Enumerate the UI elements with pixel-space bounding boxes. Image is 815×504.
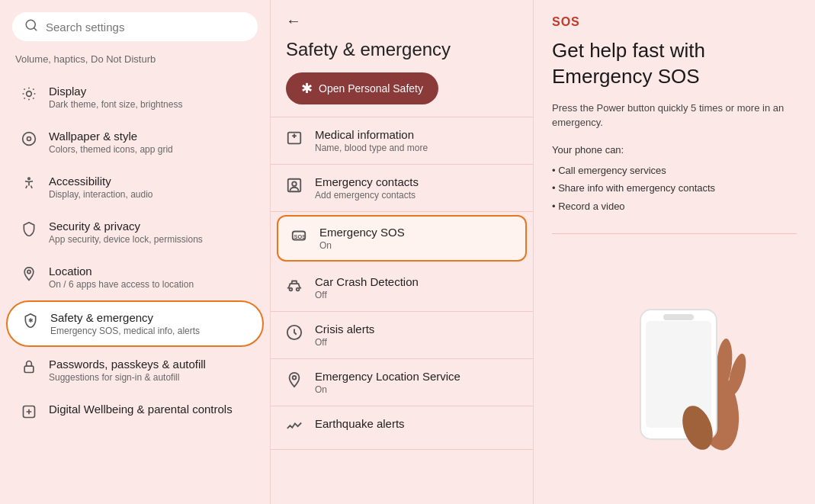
sidebar-item-location[interactable]: Location On / 6 apps have access to loca… (6, 255, 264, 299)
middle-header: ← (271, 0, 533, 36)
location-icon (21, 266, 37, 284)
accessibility-subtitle: Display, interaction, audio (49, 189, 153, 200)
menu-item-emergency-sos[interactable]: SOS Emergency SOS On (277, 215, 527, 262)
location-service-icon (286, 371, 303, 391)
svg-line-6 (33, 98, 34, 98)
svg-line-10 (33, 89, 34, 90)
asterisk-icon: ✱ (301, 80, 313, 97)
sos-menu-icon: SOS (290, 227, 307, 247)
capability-1: • Call emergency services (552, 162, 797, 179)
display-subtitle: Dark theme, font size, brightness (49, 99, 182, 110)
sos-capabilities: Your phone can: • Call emergency service… (552, 141, 797, 216)
svg-rect-33 (663, 314, 694, 320)
capability-2: • Share info with emergency contacts (552, 179, 797, 197)
volume-hint: Volume, haptics, Do Not Disturb (0, 53, 270, 74)
passwords-icon (21, 359, 37, 377)
sidebar-item-accessibility[interactable]: Accessibility Display, interaction, audi… (6, 165, 264, 209)
svg-point-11 (23, 133, 36, 146)
right-panel: SOS Get help fast with Emergency SOS Pre… (534, 0, 815, 504)
security-title: Security & privacy (49, 220, 203, 233)
svg-line-1 (34, 27, 36, 30)
emergency-sos-title: Emergency SOS (319, 226, 405, 239)
left-navigation-panel: Volume, haptics, Do Not Disturb Display … (0, 0, 271, 504)
svg-text:✱: ✱ (28, 316, 34, 324)
crisis-icon (286, 324, 303, 344)
svg-point-14 (27, 270, 30, 273)
svg-point-23 (290, 288, 293, 291)
divider (552, 233, 797, 234)
location-subtitle: On / 6 apps have access to location (49, 279, 194, 290)
open-personal-safety-button[interactable]: ✱ Open Personal Safety (286, 72, 438, 104)
sidebar-item-wallpaper[interactable]: Wallpaper & style Colors, themed icons, … (6, 120, 264, 164)
phone-can-label: Your phone can: (552, 141, 797, 159)
wallpaper-icon (21, 131, 37, 149)
medical-subtitle: Name, blood type and more (315, 143, 428, 153)
sidebar-item-display[interactable]: Display Dark theme, font size, brightnes… (6, 75, 264, 119)
security-icon (21, 221, 37, 239)
menu-item-crisis-alerts[interactable]: Crisis alerts Off (271, 312, 533, 359)
svg-point-13 (28, 178, 30, 180)
crisis-alerts-subtitle: Off (315, 337, 374, 348)
search-input[interactable] (46, 21, 245, 34)
car-crash-title: Car Crash Detection (315, 275, 419, 288)
svg-point-20 (292, 181, 297, 186)
emergency-contacts-title: Emergency contacts (315, 175, 419, 188)
passwords-subtitle: Suggestions for sign-in & autofill (49, 372, 206, 383)
contacts-icon (286, 177, 303, 197)
menu-item-emergency-contacts[interactable]: Emergency contacts Add emergency contact… (271, 165, 533, 212)
svg-point-26 (293, 376, 297, 380)
svg-text:SOS: SOS (294, 233, 306, 240)
middle-panel: ← Safety & emergency ✱ Open Personal Saf… (271, 0, 534, 504)
open-personal-safety-label: Open Personal Safety (319, 82, 423, 95)
emergency-contacts-subtitle: Add emergency contacts (315, 190, 419, 201)
sidebar-item-passwords[interactable]: Passwords, passkeys & autofill Suggestio… (6, 348, 264, 392)
svg-point-12 (27, 137, 31, 141)
safety-subtitle: Emergency SOS, medical info, alerts (50, 326, 200, 336)
display-icon (21, 86, 37, 104)
menu-item-emergency-location[interactable]: Emergency Location Service On (271, 359, 533, 406)
wellbeing-title: Digital Wellbeing & parental controls (49, 403, 233, 416)
search-bar[interactable] (12, 12, 258, 41)
svg-line-9 (24, 98, 25, 98)
safety-title: Safety & emergency (50, 311, 200, 324)
svg-rect-16 (24, 366, 34, 372)
safety-icon: ✱ (23, 313, 38, 331)
car-crash-subtitle: Off (315, 290, 419, 300)
accessibility-title: Accessibility (49, 175, 153, 188)
phone-illustration (552, 252, 797, 489)
accessibility-icon (21, 176, 37, 194)
security-subtitle: App security, device lock, permissions (49, 234, 203, 245)
earthquake-title: Earthquake alerts (315, 417, 405, 430)
svg-line-5 (24, 89, 25, 90)
capability-3: • Record a video (552, 197, 797, 215)
menu-item-car-crash[interactable]: Car Crash Detection Off (271, 265, 533, 312)
sos-main-title: Get help fast with Emergency SOS (552, 38, 797, 90)
svg-point-2 (27, 91, 32, 97)
medical-icon (286, 130, 303, 149)
wallpaper-subtitle: Colors, themed icons, app grid (49, 144, 173, 155)
back-button[interactable]: ← (286, 12, 301, 30)
sidebar-item-security[interactable]: Security & privacy App security, device … (6, 210, 264, 254)
emergency-location-subtitle: On (315, 384, 460, 395)
sos-description: Press the Power button quickly 5 times o… (552, 101, 797, 130)
search-icon (24, 18, 38, 35)
sidebar-item-safety[interactable]: ✱ Safety & emergency Emergency SOS, medi… (6, 300, 264, 347)
location-title: Location (49, 265, 194, 278)
menu-item-medical[interactable]: Medical information Name, blood type and… (271, 117, 533, 165)
emergency-sos-subtitle: On (319, 240, 405, 251)
wallpaper-title: Wallpaper & style (49, 130, 173, 143)
sos-label: SOS (552, 15, 797, 29)
sidebar-item-wellbeing[interactable]: Digital Wellbeing & parental controls (6, 393, 264, 432)
menu-item-earthquake[interactable]: Earthquake alerts (271, 406, 533, 450)
panel-title: Safety & emergency (271, 36, 533, 72)
menu-section: Medical information Name, blood type and… (271, 117, 533, 450)
wellbeing-icon (21, 404, 37, 422)
medical-title: Medical information (315, 128, 428, 141)
emergency-location-title: Emergency Location Service (315, 370, 460, 383)
crisis-alerts-title: Crisis alerts (315, 323, 374, 335)
earthquake-icon (286, 419, 303, 438)
display-title: Display (49, 85, 182, 98)
passwords-title: Passwords, passkeys & autofill (49, 358, 206, 371)
svg-point-24 (297, 288, 300, 291)
phone-svg (598, 287, 751, 454)
